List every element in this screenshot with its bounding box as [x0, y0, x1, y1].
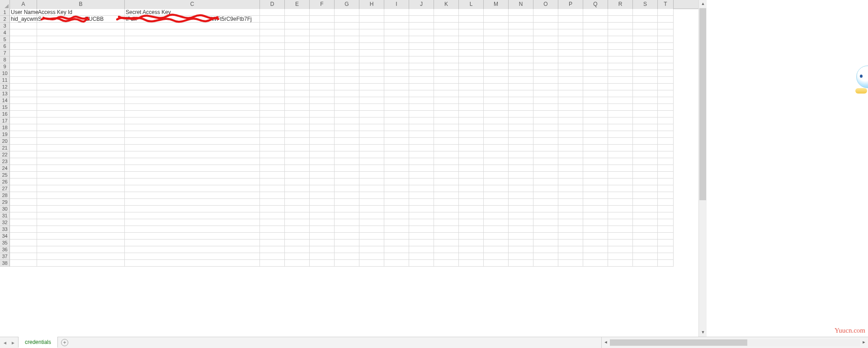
cell-M32[interactable]	[484, 219, 509, 226]
cell-O7[interactable]	[533, 50, 558, 56]
cell-H27[interactable]	[359, 185, 384, 192]
cell-T12[interactable]	[658, 84, 674, 90]
cell-D25[interactable]	[260, 172, 285, 179]
cell-N19[interactable]	[509, 131, 533, 138]
cell-T15[interactable]	[658, 104, 674, 111]
row-header-6[interactable]: 6	[0, 43, 10, 50]
row-header-21[interactable]: 21	[0, 145, 10, 151]
cell-R35[interactable]	[608, 240, 633, 246]
cell-E1[interactable]	[285, 9, 310, 16]
row-header-28[interactable]: 28	[0, 192, 10, 199]
cell-D9[interactable]	[260, 63, 285, 70]
cell-F1[interactable]	[310, 9, 335, 16]
cell-F37[interactable]	[310, 253, 335, 260]
cell-L30[interactable]	[459, 206, 484, 212]
cell-G2[interactable]	[335, 16, 359, 23]
cell-F33[interactable]	[310, 226, 335, 233]
cell-S25[interactable]	[633, 172, 658, 179]
cell-F23[interactable]	[310, 158, 335, 165]
grid-area[interactable]: 1User NameAccess Key IdSecret Access Key…	[0, 9, 698, 337]
cell-M12[interactable]	[484, 84, 509, 90]
cell-K5[interactable]	[434, 36, 459, 43]
cell-C18[interactable]	[125, 124, 260, 131]
cell-J35[interactable]	[409, 240, 434, 246]
cell-T21[interactable]	[658, 145, 674, 151]
cell-F27[interactable]	[310, 185, 335, 192]
cell-E31[interactable]	[285, 212, 310, 219]
row-header-19[interactable]: 19	[0, 131, 10, 138]
cell-K10[interactable]	[434, 70, 459, 77]
tab-next-icon[interactable]: ►	[11, 339, 15, 346]
cell-R15[interactable]	[608, 104, 633, 111]
row-header-7[interactable]: 7	[0, 50, 10, 56]
column-header-P[interactable]: P	[558, 0, 583, 9]
cell-B27[interactable]	[37, 185, 125, 192]
cell-K16[interactable]	[434, 111, 459, 118]
cell-C30[interactable]	[125, 206, 260, 212]
cell-A19[interactable]	[10, 131, 37, 138]
cell-S17[interactable]	[633, 118, 658, 124]
cell-D8[interactable]	[260, 56, 285, 63]
cell-T20[interactable]	[658, 138, 674, 145]
cell-R17[interactable]	[608, 118, 633, 124]
cell-L29[interactable]	[459, 199, 484, 206]
cell-P13[interactable]	[558, 90, 583, 97]
cell-E7[interactable]	[285, 50, 310, 56]
cell-K6[interactable]	[434, 43, 459, 50]
column-header-K[interactable]: K	[434, 0, 459, 9]
cell-S2[interactable]	[633, 16, 658, 23]
cell-H12[interactable]	[359, 84, 384, 90]
cell-I12[interactable]	[384, 84, 409, 90]
cell-L7[interactable]	[459, 50, 484, 56]
cell-T33[interactable]	[658, 226, 674, 233]
cell-B26[interactable]	[37, 179, 125, 185]
cell-Q1[interactable]	[583, 9, 608, 16]
cell-A1[interactable]: User Name	[10, 9, 37, 16]
horizontal-scroll-track[interactable]	[610, 339, 860, 346]
cell-L15[interactable]	[459, 104, 484, 111]
cell-T24[interactable]	[658, 165, 674, 172]
cell-D38[interactable]	[260, 260, 285, 267]
cell-M2[interactable]	[484, 16, 509, 23]
cell-D22[interactable]	[260, 151, 285, 158]
cell-R22[interactable]	[608, 151, 633, 158]
cell-B29[interactable]	[37, 199, 125, 206]
cell-S30[interactable]	[633, 206, 658, 212]
cell-A32[interactable]	[10, 219, 37, 226]
cell-T26[interactable]	[658, 179, 674, 185]
cell-T1[interactable]	[658, 9, 674, 16]
cell-A38[interactable]	[10, 260, 37, 267]
cell-F30[interactable]	[310, 206, 335, 212]
cell-J19[interactable]	[409, 131, 434, 138]
cell-N16[interactable]	[509, 111, 533, 118]
cell-M5[interactable]	[484, 36, 509, 43]
cell-H20[interactable]	[359, 138, 384, 145]
cell-C16[interactable]	[125, 111, 260, 118]
cell-K36[interactable]	[434, 246, 459, 253]
cell-P22[interactable]	[558, 151, 583, 158]
cell-Q36[interactable]	[583, 246, 608, 253]
cell-C25[interactable]	[125, 172, 260, 179]
cell-R6[interactable]	[608, 43, 633, 50]
cell-H19[interactable]	[359, 131, 384, 138]
cell-J6[interactable]	[409, 43, 434, 50]
cell-B28[interactable]	[37, 192, 125, 199]
cell-K35[interactable]	[434, 240, 459, 246]
cell-O11[interactable]	[533, 77, 558, 84]
cell-I26[interactable]	[384, 179, 409, 185]
cell-P31[interactable]	[558, 212, 583, 219]
cell-A23[interactable]	[10, 158, 37, 165]
cell-N2[interactable]	[509, 16, 533, 23]
cell-K33[interactable]	[434, 226, 459, 233]
cell-P25[interactable]	[558, 172, 583, 179]
cell-F18[interactable]	[310, 124, 335, 131]
cell-I3[interactable]	[384, 23, 409, 29]
cell-A35[interactable]	[10, 240, 37, 246]
cell-P36[interactable]	[558, 246, 583, 253]
cell-K27[interactable]	[434, 185, 459, 192]
cell-O34[interactable]	[533, 233, 558, 240]
horizontal-scrollbar[interactable]: ◄ ►	[601, 337, 868, 348]
cell-I37[interactable]	[384, 253, 409, 260]
cell-H31[interactable]	[359, 212, 384, 219]
cell-I20[interactable]	[384, 138, 409, 145]
